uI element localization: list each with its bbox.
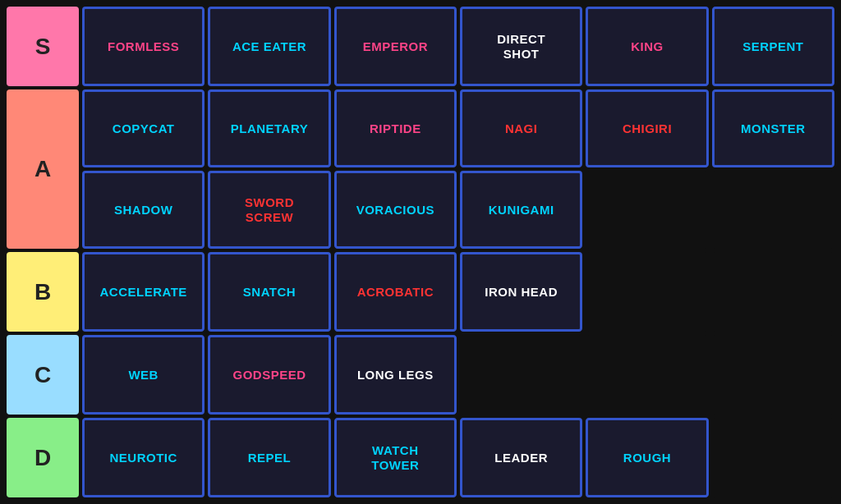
cell-monster: MONSTER (712, 89, 834, 167)
tier-list: S FORMLESS ACE EATER EMPEROR DIRECTSHOT … (0, 0, 841, 504)
cell-shadow: SHADOW (82, 171, 205, 249)
cell-king: KING (586, 7, 708, 86)
cell-d-empty-1 (712, 418, 834, 497)
cell-watch-tower: WATCHTOWER (334, 418, 457, 497)
cell-riptide: RIPTIDE (334, 89, 457, 167)
cell-formless: FORMLESS (82, 7, 205, 86)
cell-acrobatic: ACROBATIC (334, 252, 457, 332)
tier-row-d: D NEUROTIC REPEL WATCHTOWER LEADER ROUGH (7, 418, 834, 497)
cell-serpent: SERPENT (712, 7, 834, 86)
tier-row-b: B ACCELERATE SNATCH ACROBATIC IRON HEAD (7, 252, 834, 332)
cell-sword-screw: SWORDSCREW (208, 171, 330, 249)
tier-label-b: B (7, 252, 79, 332)
tier-row-a: A COPYCAT PLANETARY RIPTIDE NAGI CHIGIRI… (7, 89, 834, 249)
cell-emperor: EMPEROR (334, 7, 457, 86)
cell-nagi: NAGI (460, 89, 582, 167)
tier-row-s: S FORMLESS ACE EATER EMPEROR DIRECTSHOT … (7, 7, 834, 86)
cell-a-empty-2 (712, 171, 834, 249)
cell-repel: REPEL (208, 418, 330, 497)
cell-voracious: VORACIOUS (334, 171, 457, 249)
tier-label-c: C (7, 335, 79, 415)
cell-c-empty-2 (586, 335, 708, 415)
tier-label-s: S (7, 7, 79, 86)
tier-cells-b: ACCELERATE SNATCH ACROBATIC IRON HEAD (82, 252, 834, 332)
cell-godspeed: GODSPEED (208, 335, 330, 415)
cell-b-empty-2 (712, 252, 834, 332)
cell-copycat: COPYCAT (82, 89, 205, 167)
cell-direct-shot: DIRECTSHOT (460, 7, 582, 86)
cell-iron-head: IRON HEAD (460, 252, 582, 332)
cell-chigiri: CHIGIRI (586, 89, 708, 167)
tier-label-d: D (7, 418, 79, 497)
tier-cells-s: FORMLESS ACE EATER EMPEROR DIRECTSHOT KI… (82, 7, 834, 86)
cell-long-legs: LONG LEGS (334, 335, 457, 415)
cell-leader: LEADER (460, 418, 582, 497)
tier-cells-d: NEUROTIC REPEL WATCHTOWER LEADER ROUGH (82, 418, 834, 497)
cell-kunigami: KUNIGAMI (460, 171, 582, 249)
cell-b-empty-1 (586, 252, 708, 332)
cell-snatch: SNATCH (208, 252, 330, 332)
cell-rough: ROUGH (586, 418, 708, 497)
cell-neurotic: NEUROTIC (82, 418, 205, 497)
cell-ace-eater: ACE EATER (208, 7, 330, 86)
tier-label-a: A (7, 89, 79, 249)
cell-accelerate: ACCELERATE (82, 252, 205, 332)
cell-c-empty-1 (460, 335, 582, 415)
tier-cells-a: COPYCAT PLANETARY RIPTIDE NAGI CHIGIRI M… (82, 89, 834, 249)
cell-planetary: PLANETARY (208, 89, 330, 167)
tier-cells-c: WEB GODSPEED LONG LEGS (82, 335, 834, 415)
cell-a-empty-1 (586, 171, 708, 249)
tier-row-c: C WEB GODSPEED LONG LEGS (7, 335, 834, 415)
cell-c-empty-3 (712, 335, 834, 415)
cell-web: WEB (82, 335, 205, 415)
